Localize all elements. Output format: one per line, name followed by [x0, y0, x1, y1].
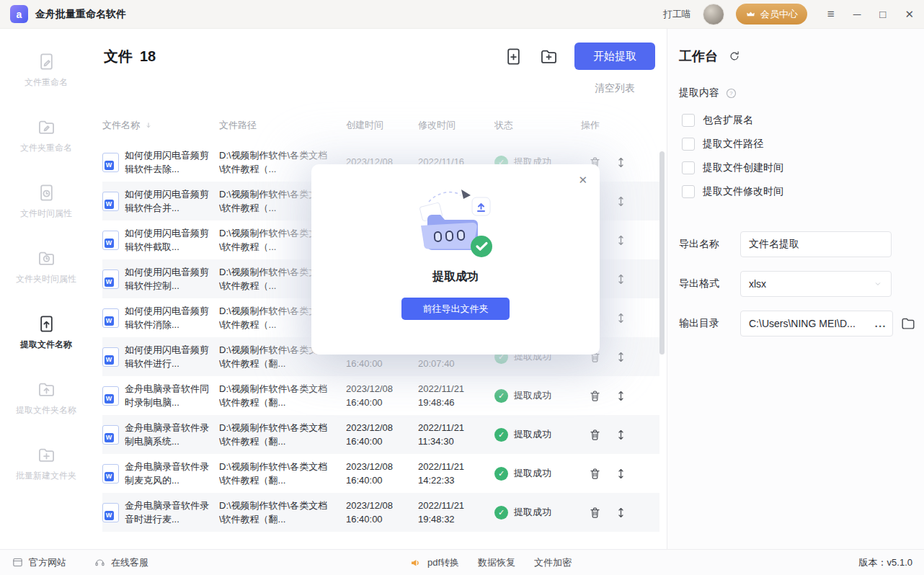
extract-success-dialog: ✕ 提取成功 前往导出文件夹 — [311, 164, 600, 355]
add-folder-icon[interactable] — [539, 47, 559, 66]
extract-option-1[interactable]: 提取文件路径 — [682, 138, 924, 151]
promo-link-2[interactable]: 文件加密 — [534, 556, 572, 569]
success-check-icon — [494, 506, 508, 520]
titlebar: a 金舟批量重命名软件 打工喵 会员中心 ≡ ─ □ ✕ — [0, 0, 924, 29]
extract-file-name-icon — [37, 314, 56, 334]
word-file-icon — [102, 464, 119, 483]
crown-icon — [745, 9, 756, 19]
checkbox[interactable] — [682, 161, 695, 174]
move-icon[interactable] — [614, 272, 628, 286]
titlebar-right: 打工喵 会员中心 ≡ ─ □ ✕ — [663, 4, 914, 25]
modified-time: 2022/11/21 14:22:33 — [418, 460, 494, 488]
close-icon[interactable]: ✕ — [578, 174, 587, 185]
success-check-icon — [494, 428, 508, 442]
word-file-icon — [102, 503, 119, 522]
help-icon[interactable]: ? — [725, 87, 737, 99]
extract-option-3[interactable]: 提取文件修改时间 — [682, 185, 924, 198]
move-icon[interactable] — [614, 506, 628, 520]
status-text: 提取成功 — [514, 389, 551, 402]
username[interactable]: 打工喵 — [663, 8, 691, 21]
delete-icon[interactable] — [588, 428, 602, 442]
file-name: 金舟电脑录音软件同时录制电脑... — [125, 382, 212, 410]
export-name-label: 导出名称 — [679, 238, 722, 251]
header-actions: 开始提取 — [504, 43, 655, 70]
move-icon[interactable] — [614, 467, 628, 481]
checkbox[interactable] — [682, 114, 695, 127]
user-avatar[interactable] — [703, 4, 724, 25]
move-icon[interactable] — [614, 311, 628, 325]
online-support-link[interactable]: 在线客服 — [94, 556, 148, 569]
row-actions — [581, 428, 659, 442]
dialog-title: 提取成功 — [311, 269, 600, 285]
move-icon[interactable] — [614, 233, 628, 247]
status-cell: 提取成功 — [494, 467, 581, 481]
extract-option-2[interactable]: 提取文件创建时间 — [682, 161, 924, 174]
close-window-icon[interactable]: ✕ — [905, 9, 914, 19]
status-text: 提取成功 — [514, 467, 551, 480]
column-header-5: 操作 — [581, 119, 659, 132]
export-name-input[interactable]: 文件名提取 — [740, 231, 892, 257]
minimize-icon[interactable]: ─ — [853, 9, 861, 19]
modified-time: 2022/11/21 19:48:46 — [418, 382, 494, 410]
clear-list-button[interactable]: 清空列表 — [595, 82, 635, 94]
go-to-export-folder-button[interactable]: 前往导出文件夹 — [401, 298, 510, 320]
footer: 官方网站 在线客服 pdf转换 数据恢复 文件加密 版本：v5.1.0 — [0, 549, 924, 575]
sort-icon[interactable] — [143, 120, 154, 130]
move-icon[interactable] — [614, 350, 628, 364]
move-icon[interactable] — [614, 389, 628, 403]
start-extract-button[interactable]: 开始提取 — [574, 43, 655, 70]
file-name: 如何使用闪电音频剪辑软件控制... — [125, 265, 212, 293]
output-dir-input[interactable]: C:\Users\NING MEI\D... ... — [740, 311, 893, 336]
file-count: 18 — [140, 48, 156, 65]
checkbox[interactable] — [682, 138, 695, 151]
promo-link-1[interactable]: 数据恢复 — [478, 556, 515, 569]
sidebar-item-6[interactable]: 批量新建文件夹 — [0, 445, 92, 482]
column-header-1: 文件路径 — [219, 119, 346, 132]
sidebar-item-5[interactable]: 提取文件夹名称 — [0, 380, 92, 416]
extract-option-0[interactable]: 包含扩展名 — [682, 114, 924, 127]
sidebar-item-3[interactable]: 文件夹时间属性 — [0, 249, 92, 285]
export-format-select[interactable]: xlsx — [740, 271, 892, 297]
maximize-icon[interactable]: □ — [879, 9, 886, 19]
extract-content-section: 提取内容 ? — [679, 86, 924, 99]
member-center-button[interactable]: 会员中心 — [736, 4, 807, 24]
export-format-field-row: 导出格式 xlsx — [679, 271, 924, 297]
move-icon[interactable] — [614, 428, 628, 442]
menu-icon[interactable]: ≡ — [827, 8, 835, 20]
status-cell: 提取成功 — [494, 428, 581, 442]
checkbox[interactable] — [682, 185, 695, 198]
table-scrollbar[interactable] — [659, 151, 665, 355]
add-file-icon[interactable] — [504, 47, 523, 66]
column-header-0[interactable]: 文件名称 — [102, 119, 219, 132]
file-path: D:\视频制作软件\各类文档\软件教程（翻... — [219, 460, 346, 488]
column-header-4: 状态 — [494, 119, 581, 132]
success-folder-illustration — [387, 186, 524, 264]
delete-icon[interactable] — [588, 467, 602, 481]
app-logo-icon: a — [10, 5, 28, 23]
sidebar-item-2[interactable]: 文件时间属性 — [0, 183, 92, 220]
version-label: 版本：v5.1.0 — [859, 556, 912, 569]
move-icon[interactable] — [614, 156, 628, 169]
open-folder-icon[interactable] — [900, 316, 916, 331]
sidebar-item-4[interactable]: 提取文件名称 — [0, 314, 92, 351]
checkbox-list: 包含扩展名 提取文件路径 提取文件创建时间 提取文件修改时间 — [682, 114, 924, 198]
official-site-link[interactable]: 官方网站 — [12, 556, 66, 569]
sidebar-item-0[interactable]: 文件重命名 — [0, 52, 92, 89]
refresh-icon[interactable] — [728, 50, 741, 63]
file-rename-icon — [37, 52, 56, 71]
online-support-label: 在线客服 — [111, 556, 148, 569]
promo-link-0[interactable]: pdf转换 — [409, 556, 459, 569]
delete-icon[interactable] — [588, 506, 602, 520]
created-time: 2023/12/08 16:40:00 — [346, 382, 418, 410]
move-icon[interactable] — [614, 195, 628, 208]
workbench-title: 工作台 — [679, 48, 718, 65]
delete-icon[interactable] — [588, 389, 602, 403]
folder-time-icon — [37, 249, 56, 268]
app-title: 金舟批量重命名软件 — [35, 8, 126, 21]
sidebar-item-1[interactable]: 文件夹重命名 — [0, 117, 92, 154]
file-name-cell: 如何使用闪电音频剪辑软件消除... — [102, 304, 219, 332]
file-name: 如何使用闪电音频剪辑软件消除... — [125, 304, 212, 332]
official-site-label: 官方网站 — [29, 556, 66, 569]
browse-more-button[interactable]: ... — [875, 318, 887, 329]
word-file-icon — [102, 231, 119, 250]
